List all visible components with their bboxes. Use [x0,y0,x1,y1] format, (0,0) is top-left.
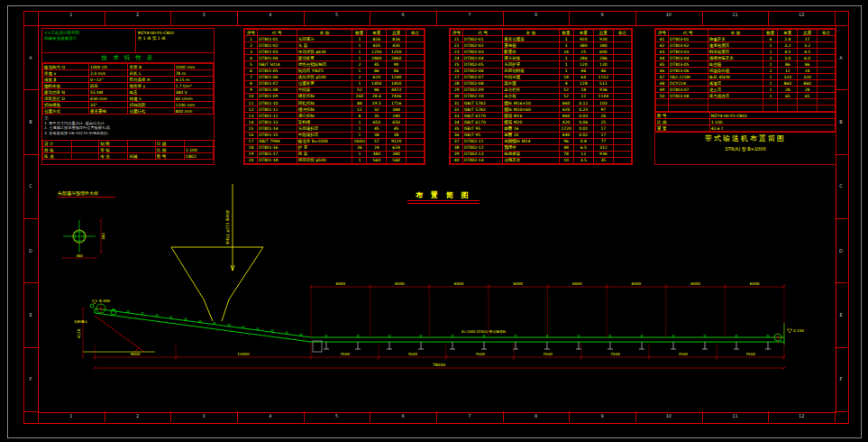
table-cell [613,100,631,106]
zone-right-B: B [835,119,847,124]
table-cell: 现场操作箱 [708,68,763,74]
table-cell: 改向滚筒 φ500 [297,74,352,80]
table-cell: 12 [245,106,258,113]
table-cell [613,144,631,151]
zone-tick [304,11,305,25]
cad-sheet: { "sheet": { "zones_top": ["1","2","3","… [0,0,868,442]
table-cell: 0.23 [573,106,593,113]
bom-table-1: 序号代 号名 称数量单重总重备注1DTⅡ01-01头部漏斗18268262DTⅡ… [243,28,425,165]
table-cell [407,113,425,119]
table-cell: DTⅡ01-06 [257,74,297,80]
table-cell: 6 [763,36,778,42]
table-cell [407,157,425,163]
zone-left-F: F [23,376,38,382]
incline-idler [185,318,187,320]
table-cell: 60 r/min [174,96,214,102]
zone-tick [569,11,570,25]
generated-dimensions: 6000600060006000600060006000600090001500… [93,281,786,360]
drawing-subtitle-text: DTⅡ(A) 型 B=1000 [655,145,836,152]
zone-tick [768,411,769,422]
table-cell: 4 [559,80,573,87]
table-cell [613,55,631,61]
zone-left-C: C [23,183,38,189]
table-cell: CB02 [184,153,213,160]
zone-tick [835,347,847,348]
table-cell: DTⅡ01-02 [257,42,297,49]
zone-tick [835,282,847,283]
top-dim-label: 6000 [572,281,582,286]
table-cell [407,61,425,68]
bom-header-cell: 序号 [245,30,258,36]
table-cell: 比 例 [155,147,184,153]
table-cell: DTⅡ02-12 [463,144,503,151]
table-cell: GB/T 6170 [463,119,503,125]
top-dim-label: 6000 [395,281,405,286]
table-cell: 螺栓 M16×50 [503,100,559,106]
table-cell: 4.5 [798,49,818,55]
table-cell: 传动滚筒 φ630 [297,49,352,55]
head-slope-line [95,316,144,352]
table-cell: 86 [387,68,407,74]
table-cell [668,106,708,112]
table-cell: 4472 [387,87,407,93]
zone-tick [38,11,39,25]
table-cell: 1716 [387,100,407,106]
table-cell [818,80,836,87]
table-cell: 转速 n [128,96,174,102]
bom-table-3-block: 序号代 号名 称数量单重总重备注41DTⅡ03-01跑偏开关62.81742DT… [654,28,836,165]
station-idler [641,335,643,336]
table-cell: DTⅡ03-01 [668,36,708,42]
table-cell: 槽形托辊 [297,93,352,99]
table-cell: GB/T 95 [463,125,503,132]
table-cell: 65 [798,93,818,99]
table-cell: DTⅡ01-09 [257,93,297,99]
table-cell: 机尾挡料板 [503,68,559,74]
table-cell: DTⅡ02-09 [463,87,503,93]
incline-idler [300,334,302,336]
table-cell: 电缆桥架 [503,151,559,157]
station-idler [672,335,674,336]
table-cell: 电机 45kW [708,74,763,80]
zone-left-E: E [23,312,38,318]
table-cell: 1 [559,68,573,74]
bom-header-cell: 名 称 [708,30,763,36]
table-cell: 10 [245,93,258,99]
table-cell: 380 [387,151,407,157]
zone-top-4: 4 [237,12,304,17]
table-cell: 尾部滚筒 φ500 [297,157,352,163]
table-cell: 走台板 [503,93,559,99]
table-cell [613,36,631,42]
table-cell: 料流检测器 [708,49,763,55]
top-dim-label: 6000 [750,281,760,286]
table-cell: 堆密度 γ [128,83,174,89]
table-cell: 50 [656,93,669,99]
table-cell: 28.6 [367,93,387,99]
table-cell: 1 [352,132,367,138]
table-cell [613,74,631,80]
table-cell: DTⅡ02-14 [463,157,503,163]
dimension-lines [93,287,786,370]
table-cell: 90 [387,61,407,68]
table-cell: 840 [559,132,573,138]
table-cell [818,55,836,61]
table-cell: 435 [367,42,387,49]
zone-bottom-11: 11 [702,413,769,419]
table-cell: 312 [593,144,613,151]
table-cell: 逆止器 [708,87,763,93]
table-cell: 35 [451,125,463,132]
table-cell: 24 [451,55,463,61]
zone-top-1: 1 [38,12,105,17]
title-block-header: ××工程设计研究院 机械专业成套设计 MZY4-00-FS-CB02 共 1 张… [42,29,214,53]
station-idler [609,335,611,336]
table-cell: 审 核 [99,147,128,153]
table-cell: 速度检测器 [708,42,763,49]
table-cell: 预埋件 [503,144,559,151]
table-cell [613,42,631,49]
zone-bottom-12: 12 [768,413,835,419]
table-cell: 1 [352,49,367,55]
table-cell: 46 [593,68,613,74]
zone-top-3: 3 [170,12,237,17]
zone-tick [835,411,836,422]
zone-tick [835,411,847,412]
zone-top-10: 10 [635,12,702,17]
